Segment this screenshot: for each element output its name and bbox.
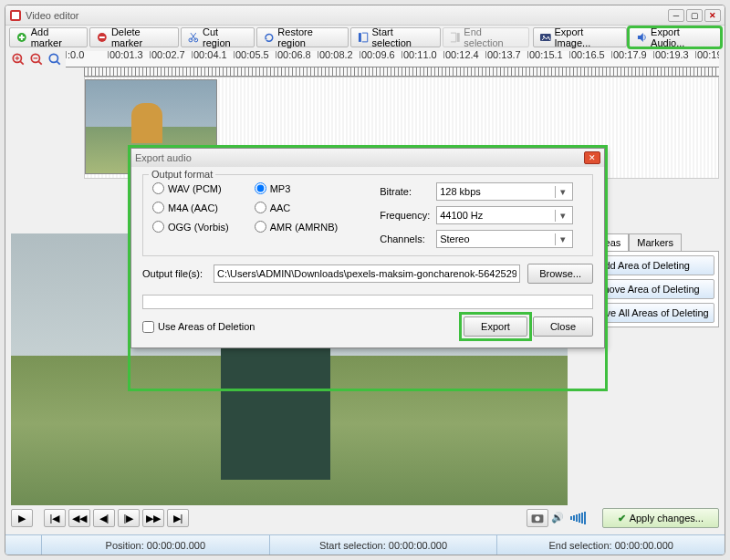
output-files-label: Output file(s): bbox=[142, 268, 206, 279]
frequency-label: Frequency: bbox=[380, 210, 433, 221]
frame-fwd-button[interactable]: |▶ bbox=[118, 509, 140, 527]
position-label: Position: bbox=[106, 540, 144, 551]
tab-markers[interactable]: Markers bbox=[629, 233, 682, 251]
close-button[interactable]: ✕ bbox=[704, 9, 721, 22]
frequency-select[interactable]: 44100 Hz▾ bbox=[436, 206, 573, 224]
position-value: 00:00:00.000 bbox=[147, 540, 205, 551]
export-audio-dialog: Export audio ✕ Output format WAV (PCM) M… bbox=[130, 148, 605, 348]
bitrate-select[interactable]: 128 kbps▾ bbox=[436, 182, 573, 201]
delete-marker-button[interactable]: Delete marker bbox=[89, 27, 179, 47]
output-path-input[interactable] bbox=[214, 264, 520, 283]
minimize-button[interactable]: ─ bbox=[668, 9, 684, 22]
audio-icon bbox=[635, 31, 648, 44]
zoom-in-icon[interactable] bbox=[11, 52, 26, 67]
volume-icon[interactable]: 🔊 bbox=[551, 512, 564, 524]
svg-rect-6 bbox=[359, 33, 361, 42]
add-icon bbox=[16, 31, 28, 44]
channels-label: Channels: bbox=[380, 233, 433, 244]
maximize-button[interactable]: ▢ bbox=[686, 9, 703, 22]
time-ruler[interactable]: :0.000:01.300:02.700:04.100:05.500:06.80… bbox=[66, 51, 719, 67]
dialog-title: Export audio bbox=[135, 152, 192, 163]
svg-rect-1 bbox=[12, 12, 19, 19]
restore-region-button[interactable]: Restore region bbox=[256, 27, 349, 47]
step-back-button[interactable]: ◀◀ bbox=[68, 509, 90, 527]
export-button[interactable]: Export bbox=[464, 316, 527, 337]
end-sel-icon bbox=[449, 31, 462, 44]
chevron-down-icon: ▾ bbox=[555, 186, 569, 198]
bitrate-label: Bitrate: bbox=[380, 186, 433, 197]
restore-icon bbox=[263, 31, 276, 44]
go-end-button[interactable]: ▶| bbox=[167, 509, 189, 527]
svg-rect-8 bbox=[540, 34, 551, 41]
end-selection-button: End selection bbox=[443, 27, 529, 47]
window-title: Video editor bbox=[26, 10, 668, 21]
zoom-out-icon[interactable] bbox=[29, 52, 44, 67]
radio-m4a[interactable]: M4A (AAC) bbox=[152, 202, 229, 213]
titlebar: Video editor ─ ▢ ✕ bbox=[5, 5, 725, 26]
go-start-button[interactable]: |◀ bbox=[44, 509, 66, 527]
start-sel-label: Start selection: bbox=[319, 540, 386, 551]
radio-mp3[interactable]: MP3 bbox=[255, 182, 339, 194]
radio-ogg[interactable]: OGG (Vorbis) bbox=[152, 221, 229, 233]
status-bar: Position: 00:00:00.000 Start selection: … bbox=[5, 534, 725, 555]
close-dialog-button[interactable]: Close bbox=[533, 316, 593, 337]
end-sel-label: End selection: bbox=[548, 540, 611, 551]
step-fwd-button[interactable]: ▶▶ bbox=[142, 509, 164, 527]
start-selection-button[interactable]: Start selection bbox=[350, 27, 441, 47]
channels-select[interactable]: Stereo▾ bbox=[436, 230, 573, 248]
volume-bars[interactable] bbox=[570, 512, 586, 524]
delete-icon bbox=[96, 31, 109, 44]
group-title: Output format bbox=[149, 169, 215, 180]
browse-button[interactable]: Browse... bbox=[527, 264, 593, 284]
play-button[interactable]: ▶ bbox=[11, 509, 33, 527]
toolbar: Add marker Delete marker Cut region Rest… bbox=[5, 26, 725, 49]
output-format-group: Output format WAV (PCM) M4A (AAC) OGG (V… bbox=[142, 174, 593, 256]
radio-amr[interactable]: AMR (AMRNB) bbox=[255, 221, 339, 233]
svg-point-12 bbox=[49, 54, 57, 62]
progress-bar bbox=[142, 295, 593, 309]
start-sel-icon bbox=[357, 31, 370, 44]
dialog-titlebar: Export audio ✕ bbox=[131, 149, 604, 167]
chevron-down-icon: ▾ bbox=[555, 233, 569, 245]
apply-changes-button[interactable]: ✔Apply changes... bbox=[602, 508, 719, 528]
use-areas-checkbox[interactable]: Use Areas of Deletion bbox=[142, 321, 255, 333]
add-marker-button[interactable]: Add marker bbox=[9, 27, 88, 47]
zoom-fit-icon[interactable] bbox=[47, 52, 62, 67]
radio-aac[interactable]: AAC bbox=[255, 202, 339, 213]
dialog-close-button[interactable]: ✕ bbox=[584, 151, 600, 164]
svg-rect-7 bbox=[456, 33, 459, 42]
app-icon bbox=[9, 9, 22, 22]
image-icon bbox=[539, 31, 552, 44]
radio-wav[interactable]: WAV (PCM) bbox=[152, 182, 229, 194]
check-icon: ✔ bbox=[618, 513, 626, 524]
start-sel-value: 00:00:00.000 bbox=[389, 540, 447, 551]
chevron-down-icon: ▾ bbox=[555, 210, 569, 222]
end-sel-value: 00:00:00.000 bbox=[615, 540, 673, 551]
playback-controls: ▶ |◀ ◀◀ ◀| |▶ ▶▶ ▶| 🔊 ✔Apply changes... bbox=[11, 507, 719, 529]
svg-point-14 bbox=[535, 516, 539, 521]
export-audio-button[interactable]: Export Audio... bbox=[629, 27, 721, 47]
frame-back-button[interactable]: ◀| bbox=[93, 509, 115, 527]
snapshot-button[interactable] bbox=[527, 509, 548, 527]
export-image-button[interactable]: Export Image... bbox=[533, 27, 628, 47]
cut-icon bbox=[187, 31, 200, 44]
cut-region-button[interactable]: Cut region bbox=[181, 27, 254, 47]
